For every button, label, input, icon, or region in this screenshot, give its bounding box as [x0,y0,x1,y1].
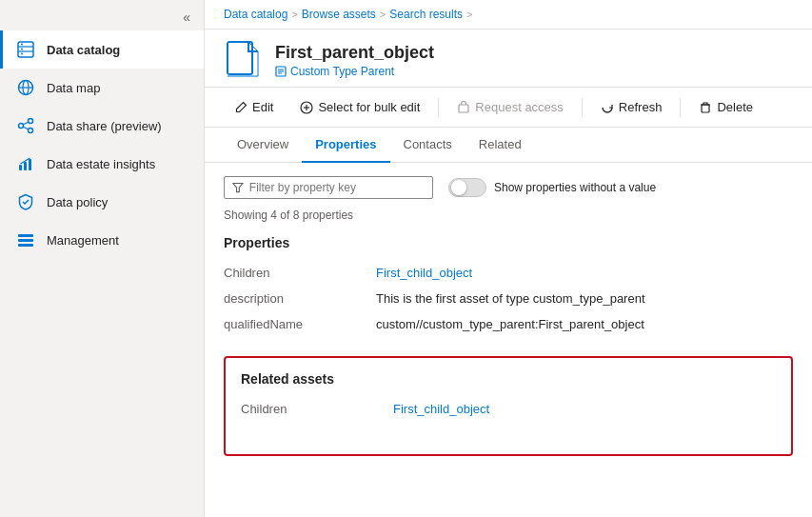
svg-point-10 [19,124,24,129]
toggle-wrap: Show properties without a value [448,178,656,197]
main-content: Data catalog > Browse assets > Search re… [205,0,812,517]
asset-title: First_parent_object [275,43,434,63]
sidebar-item-label: Management [47,233,119,248]
sidebar-item-label: Data policy [47,195,108,209]
svg-rect-15 [24,162,27,170]
toggle-knob [451,180,466,195]
related-assets-box: Related assets Children First_child_obje… [224,356,793,456]
toggle-label: Show properties without a value [494,181,656,194]
asset-title-block: First_parent_object Custom Type Parent [275,43,434,78]
asset-type[interactable]: Custom Type Parent [275,65,434,78]
policy-icon [16,192,35,211]
bulk-edit-label: Select for bulk edit [318,100,420,114]
tabs: Overview Properties Contacts Related [205,128,812,163]
related-prop-value[interactable]: First_child_object [393,396,776,422]
prop-key-children: Children [224,260,376,286]
svg-rect-29 [702,105,709,112]
toggle-switch[interactable] [448,178,486,197]
request-access-label: Request access [475,100,564,114]
tab-properties[interactable]: Properties [302,128,389,163]
sidebar-item-data-estate[interactable]: Data estate insights [0,145,204,183]
prop-value-children[interactable]: First_child_object [376,260,793,286]
content-area: Show properties without a value Showing … [205,163,812,517]
svg-marker-30 [233,183,243,191]
related-assets-table: Children First_child_object [241,396,776,422]
bulk-edit-button[interactable]: Select for bulk edit [289,95,430,119]
filter-input-wrap[interactable] [224,176,433,199]
svg-rect-0 [18,42,33,57]
sidebar-item-data-map[interactable]: Data map [0,69,204,107]
asset-header: First_parent_object Custom Type Parent [205,30,812,88]
svg-rect-16 [29,159,31,170]
sidebar-item-label: Data share (preview) [47,119,162,133]
svg-line-13 [23,127,28,129]
table-row: description This is the first asset of t… [224,286,793,311]
breadcrumb: Data catalog > Browse assets > Search re… [205,0,812,30]
related-assets-title: Related assets [241,371,776,387]
prop-value-description: This is the first asset of type custom_t… [376,286,793,311]
tab-contacts[interactable]: Contacts [390,128,465,163]
breadcrumb-sep-1: > [291,9,297,20]
tab-related[interactable]: Related [465,128,535,163]
sidebar-item-label: Data map [47,81,100,95]
sidebar-item-data-share[interactable]: Data share (preview) [0,107,204,145]
sidebar: « Data catalog Data map Data share (prev… [0,0,205,517]
svg-point-5 [21,53,23,55]
showing-text: Showing 4 of 8 properties [224,209,793,222]
related-prop-key: Children [241,396,393,422]
prop-key-description: description [224,286,376,311]
catalog-icon [16,40,35,59]
sidebar-collapse[interactable]: « [0,0,204,30]
svg-point-3 [21,44,23,46]
map-icon [16,78,35,97]
breadcrumb-browse-assets[interactable]: Browse assets [302,8,376,21]
svg-point-9 [29,119,33,124]
edit-label: Edit [252,100,273,114]
collapse-button[interactable]: « [179,8,194,27]
prop-value-qualifiedname: custom//custom_type_parent:First_parent_… [376,311,793,337]
sidebar-item-label: Data estate insights [47,157,155,171]
toolbar-sep-3 [680,98,681,117]
asset-type-label: Custom Type Parent [290,65,394,78]
prop-key-qualifiedname: qualifiedName [224,311,376,337]
filter-icon [232,182,244,194]
svg-point-4 [21,49,23,50]
breadcrumb-data-catalog[interactable]: Data catalog [224,8,287,21]
edit-button[interactable]: Edit [224,95,284,119]
delete-label: Delete [717,100,753,114]
filter-input[interactable] [249,181,425,194]
request-access-button[interactable]: Request access [446,95,574,119]
sidebar-item-management[interactable]: Management [0,221,204,259]
refresh-button[interactable]: Refresh [590,95,673,119]
svg-rect-14 [19,165,22,170]
breadcrumb-sep-3: > [466,9,472,20]
toolbar: Edit Select for bulk edit Request access… [205,88,812,128]
properties-table: Children First_child_object description … [224,260,793,337]
svg-rect-18 [18,239,33,242]
svg-rect-19 [18,244,33,247]
svg-line-12 [23,122,28,125]
delete-button[interactable]: Delete [688,95,763,119]
insights-icon [16,154,35,173]
breadcrumb-search-results[interactable]: Search results [389,8,463,21]
filter-bar: Show properties without a value [224,176,793,199]
tab-overview[interactable]: Overview [224,128,302,163]
table-row: Children First_child_object [224,260,793,286]
sidebar-item-label: Data catalog [47,43,120,57]
sidebar-item-data-policy[interactable]: Data policy [0,183,204,221]
svg-rect-17 [18,234,33,237]
toolbar-sep-2 [582,98,583,117]
properties-section-title: Properties [224,235,793,250]
refresh-label: Refresh [619,100,663,114]
breadcrumb-sep-2: > [380,9,386,20]
svg-point-11 [29,129,33,133]
share-icon [16,116,35,135]
asset-icon [224,41,262,79]
management-icon [16,230,35,249]
table-row: Children First_child_object [241,396,776,422]
toolbar-sep-1 [438,98,439,117]
sidebar-item-data-catalog[interactable]: Data catalog [0,30,204,69]
svg-rect-28 [459,105,468,112]
table-row: qualifiedName custom//custom_type_parent… [224,311,793,337]
